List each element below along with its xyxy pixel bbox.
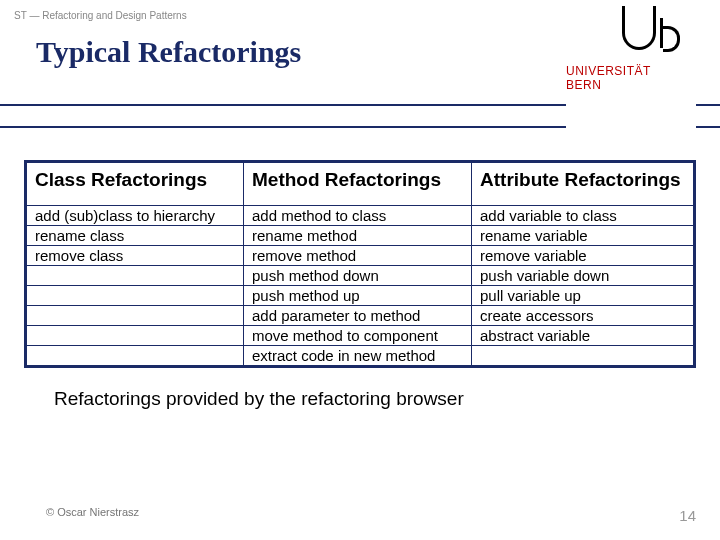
table-header: Class Refactorings	[26, 162, 244, 206]
logo-line1: UNIVERSITÄT	[566, 64, 696, 78]
table-row: add (sub)class to hierarchyadd method to…	[26, 206, 695, 226]
table-cell: abstract variable	[472, 326, 695, 346]
table-cell: rename variable	[472, 226, 695, 246]
table-header: Attribute Refactorings	[472, 162, 695, 206]
logo-line2: BERN	[566, 78, 696, 92]
table-caption: Refactorings provided by the refactoring…	[54, 388, 696, 410]
page-number: 14	[679, 507, 696, 524]
table-cell	[472, 346, 695, 367]
table-cell: extract code in new method	[244, 346, 472, 367]
refactorings-table: Class Refactorings Method Refactorings A…	[24, 160, 696, 368]
table-cell	[26, 286, 244, 306]
table-row: rename classrename methodrename variable	[26, 226, 695, 246]
table-row: push method uppull variable up	[26, 286, 695, 306]
table-cell: remove class	[26, 246, 244, 266]
table-header: Method Refactorings	[244, 162, 472, 206]
logo-letter-b	[660, 18, 676, 48]
table-cell	[26, 306, 244, 326]
copyright: © Oscar Nierstrasz	[46, 506, 139, 518]
table-cell: add (sub)class to hierarchy	[26, 206, 244, 226]
table-cell: add parameter to method	[244, 306, 472, 326]
university-logo: UNIVERSITÄT BERN	[566, 0, 696, 128]
table-cell: pull variable up	[472, 286, 695, 306]
table-row: move method to componentabstract variabl…	[26, 326, 695, 346]
table-cell	[26, 326, 244, 346]
table-cell: rename class	[26, 226, 244, 246]
table-cell: push variable down	[472, 266, 695, 286]
table-cell: rename method	[244, 226, 472, 246]
table-row: push method downpush variable down	[26, 266, 695, 286]
table-cell	[26, 266, 244, 286]
main-content: Class Refactorings Method Refactorings A…	[24, 160, 696, 410]
table-cell: remove method	[244, 246, 472, 266]
table-cell: add method to class	[244, 206, 472, 226]
table-cell: add variable to class	[472, 206, 695, 226]
logo-letter-u	[622, 6, 656, 50]
table-row: extract code in new method	[26, 346, 695, 367]
table-row: add parameter to methodcreate accessors	[26, 306, 695, 326]
table-cell: push method down	[244, 266, 472, 286]
table-cell	[26, 346, 244, 367]
table-cell: push method up	[244, 286, 472, 306]
table-cell: create accessors	[472, 306, 695, 326]
table-row: remove classremove methodremove variable	[26, 246, 695, 266]
table-cell: move method to component	[244, 326, 472, 346]
table-cell: remove variable	[472, 246, 695, 266]
